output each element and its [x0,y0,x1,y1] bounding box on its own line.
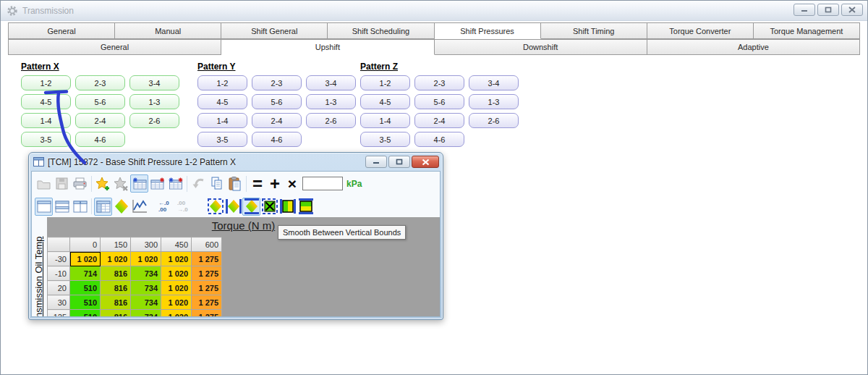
maximize-button[interactable] [817,4,839,16]
interpolate-vertical-icon[interactable] [297,198,315,216]
value-cell[interactable]: 1 275 [192,310,222,317]
close-button[interactable] [841,4,863,16]
value-cell[interactable]: 510 [70,281,101,295]
value-cell[interactable]: 816 [101,310,131,317]
shift-button-pattern-z-4-6[interactable]: 4-6 [414,132,464,147]
shift-button-pattern-x-1-2[interactable]: 1-2 [21,75,71,90]
smooth-selection-icon[interactable] [206,198,224,216]
fill-selection-icon[interactable] [260,198,278,216]
shift-button-pattern-x-4-6[interactable]: 4-6 [75,132,125,147]
shift-button-pattern-z-1-3[interactable]: 1-3 [469,94,519,109]
editor-restore-button[interactable] [388,156,410,168]
value-cell[interactable]: 1 020 [161,266,192,281]
value-cell[interactable]: 1 275 [192,266,222,281]
shift-button-pattern-z-5-6[interactable]: 5-6 [414,94,464,109]
value-cell[interactable]: 816 [101,281,131,295]
shift-button-pattern-x-1-4[interactable]: 1-4 [21,113,71,128]
chart-view-icon[interactable] [130,198,148,216]
shift-button-pattern-z-2-4[interactable]: 2-4 [414,113,464,128]
shift-button-pattern-z-3-5[interactable]: 3-5 [360,132,410,147]
shift-button-pattern-x-2-4[interactable]: 2-4 [75,113,125,128]
value-cell[interactable]: 714 [70,266,101,281]
editor-close-button[interactable] [412,156,439,168]
value-cell[interactable]: 1 275 [192,295,222,310]
value-cell[interactable]: 816 [101,266,131,281]
copy-icon[interactable] [208,174,226,193]
shift-button-pattern-x-3-5[interactable]: 3-5 [21,132,71,147]
shift-button-pattern-y-2-4[interactable]: 2-4 [252,113,302,128]
shift-button-pattern-x-5-6[interactable]: 5-6 [75,94,125,109]
tab-general[interactable]: General [8,39,221,55]
tab-general[interactable]: General [8,22,115,39]
value-cell[interactable]: 1 020 [101,252,131,266]
shift-button-pattern-y-5-6[interactable]: 5-6 [252,94,302,109]
value-cell[interactable]: 510 [70,295,101,310]
shift-button-pattern-y-2-6[interactable]: 2-6 [306,113,356,128]
value-cell[interactable]: 1 020 [161,252,192,266]
tab-shift-general[interactable]: Shift General [221,22,328,39]
tab-shift-timing[interactable]: Shift Timing [541,22,647,39]
decrease-decimals-icon[interactable]: ←.0 .00 [158,200,177,213]
multiply-button[interactable]: × [284,176,301,192]
shift-button-pattern-y-4-6[interactable]: 4-6 [252,132,302,147]
shift-button-pattern-z-2-6[interactable]: 2-6 [469,113,519,128]
tab-torque-management[interactable]: Torque Management [754,22,860,39]
save-icon[interactable] [53,174,71,193]
value-cell[interactable]: 1 275 [192,281,222,295]
shift-button-pattern-y-1-3[interactable]: 1-3 [306,94,356,109]
shift-button-pattern-x-2-6[interactable]: 2-6 [129,113,179,128]
shift-button-pattern-y-3-4[interactable]: 3-4 [306,75,356,90]
value-cell[interactable]: 734 [131,266,161,281]
paste-icon[interactable] [226,174,244,193]
smooth-between-vertical-bounds-icon[interactable] [242,198,260,216]
single-pane-icon[interactable] [35,198,53,216]
value-cell[interactable]: 1 020 [131,252,161,266]
shift-button-pattern-y-2-3[interactable]: 2-3 [252,75,302,90]
tab-shift-pressures[interactable]: Shift Pressures [435,22,541,39]
tab-adaptive[interactable]: Adaptive [647,39,860,55]
interpolate-horizontal-icon[interactable] [278,198,297,216]
shift-button-pattern-y-4-5[interactable]: 4-5 [197,94,247,109]
table-modified-icon[interactable] [166,174,184,193]
table-delete-icon[interactable] [148,174,166,193]
smooth-between-horizontal-bounds-icon[interactable] [224,198,242,216]
shift-button-pattern-z-1-2[interactable]: 1-2 [360,75,410,90]
shift-button-pattern-x-2-3[interactable]: 2-3 [75,75,125,90]
shift-button-pattern-z-4-5[interactable]: 4-5 [360,94,410,109]
tab-upshift[interactable]: Upshift [221,39,434,55]
shift-button-pattern-x-1-3[interactable]: 1-3 [129,94,179,109]
table-new-icon[interactable] [130,174,148,193]
undo-icon[interactable] [190,174,208,193]
shift-button-pattern-y-3-5[interactable]: 3-5 [197,132,247,147]
set-equal-button[interactable]: = [249,176,266,192]
favorite-remove-icon[interactable] [112,174,130,193]
shift-button-pattern-x-3-4[interactable]: 3-4 [129,75,179,90]
shift-button-pattern-x-4-5[interactable]: 4-5 [21,94,71,109]
value-cell[interactable]: 1 275 [192,252,222,266]
table-view-icon[interactable] [94,198,112,216]
value-cell[interactable]: 1 020 [70,252,101,266]
value-cell[interactable]: 734 [131,295,161,310]
shift-button-pattern-z-1-4[interactable]: 1-4 [360,113,410,128]
print-icon[interactable] [71,174,89,193]
value-cell[interactable]: 734 [131,281,161,295]
shift-button-pattern-z-3-4[interactable]: 3-4 [469,75,519,90]
tab-downshift[interactable]: Downshift [435,39,647,55]
add-button[interactable]: + [266,176,284,192]
tab-shift-scheduling[interactable]: Shift Scheduling [328,22,434,39]
editor-minimize-button[interactable] [365,156,387,168]
value-cell[interactable]: 816 [101,295,131,310]
value-input[interactable] [302,177,343,190]
shift-button-pattern-z-2-3[interactable]: 2-3 [414,75,464,90]
favorite-add-icon[interactable] [94,174,112,193]
tab-manual[interactable]: Manual [115,22,221,39]
horizontal-split-icon[interactable] [53,198,71,216]
vertical-split-icon[interactable] [71,198,89,216]
open-icon[interactable] [35,174,53,193]
value-cell[interactable]: 510 [70,310,101,317]
value-cell[interactable]: 1 020 [161,295,192,310]
increase-decimals-icon[interactable]: .00 →.0 [177,200,196,213]
value-cell[interactable]: 1 020 [161,310,192,317]
tab-torque-converter[interactable]: Torque Converter [647,22,754,39]
value-cell[interactable]: 734 [131,310,161,317]
